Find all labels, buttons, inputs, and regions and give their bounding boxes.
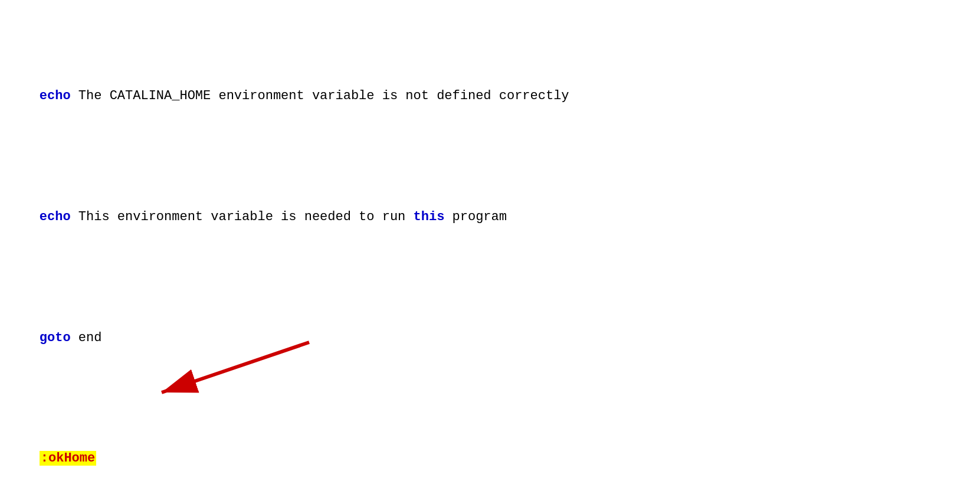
text: program: [444, 210, 507, 224]
text: end: [71, 330, 102, 345]
text: The CATALINA_HOME environment variable i…: [71, 89, 569, 103]
label-okHome: :okHome: [40, 451, 96, 466]
kw-goto: goto: [40, 330, 71, 345]
code-line-2: echo This environment variable is needed…: [8, 187, 972, 247]
code-line-3: goto end: [8, 307, 972, 368]
code-line-1: echo The CATALINA_HOME environment varia…: [8, 66, 972, 126]
kw-echo: echo: [40, 210, 71, 224]
code-line-4: :okHome: [8, 428, 972, 489]
text: This environment variable is needed to r…: [71, 210, 414, 224]
code-editor: echo The CATALINA_HOME environment varia…: [8, 6, 972, 504]
kw-echo: echo: [40, 89, 71, 103]
kw-this: this: [414, 210, 445, 224]
